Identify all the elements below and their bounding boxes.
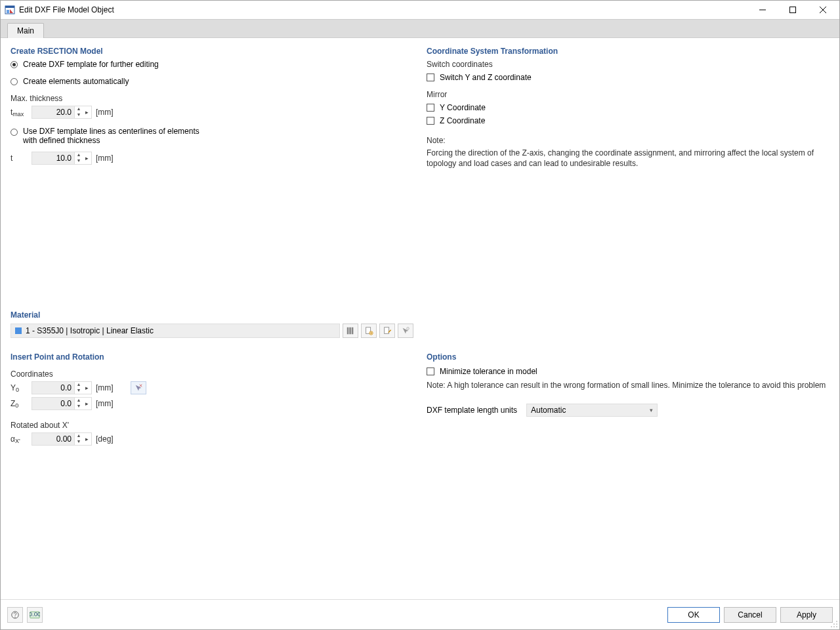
svg-point-16 [14, 616, 15, 617]
radio-centerline[interactable]: Use DXF template lines as centerlines of… [10, 127, 413, 145]
svg-point-24 [836, 626, 837, 627]
spinner-t[interactable]: ▲▼ [75, 152, 83, 165]
radio-label: Create elements automatically [23, 77, 129, 86]
section-title-coord: Coordinate System Transformation [427, 47, 830, 56]
label-tmax: tmax [10, 108, 28, 117]
input-z0[interactable]: ▲▼ ▸ [32, 397, 92, 410]
radio-label: Use DXF template lines as centerlines of… [23, 127, 207, 145]
label-alpha: αX' [10, 434, 28, 444]
input-t-value[interactable] [32, 152, 75, 165]
input-y0[interactable]: ▲▼ ▸ [32, 381, 92, 394]
field-tmax: tmax ▲▼ ▸ [mm] [10, 106, 413, 119]
check-mirror-y[interactable]: Y Coordinate [427, 103, 830, 112]
expand-alpha[interactable]: ▸ [83, 432, 92, 446]
input-y0-value[interactable] [32, 381, 75, 394]
panel-options: Options Minimize tolerance in model Note… [423, 348, 833, 594]
unit-alpha: [deg] [96, 434, 114, 444]
radio-icon [10, 78, 18, 85]
close-button[interactable] [808, 1, 838, 19]
checkbox-label: Switch Y and Z coordinate [440, 73, 532, 82]
input-alpha[interactable]: ▲▼ ▸ [32, 432, 92, 446]
help-button[interactable] [7, 607, 23, 623]
check-switch-yz[interactable]: Switch Y and Z coordinate [427, 73, 830, 82]
material-new-button[interactable] [361, 324, 377, 338]
expand-t[interactable]: ▸ [83, 152, 92, 165]
select-units-value: Automatic [531, 406, 566, 415]
svg-point-22 [831, 626, 832, 627]
svg-point-12 [407, 327, 410, 330]
spinner-alpha[interactable]: ▲▼ [75, 432, 83, 446]
field-y0: Y0 ▲▼ ▸ [mm] [10, 381, 413, 394]
section-title-options: Options [427, 352, 830, 362]
checkbox-icon [427, 368, 434, 375]
checkbox-icon [427, 74, 434, 81]
material-select[interactable]: 1 - S355J0 | Isotropic | Linear Elastic [10, 324, 340, 338]
svg-rect-1 [5, 6, 14, 8]
section-title-material: Material [10, 310, 413, 320]
label-note: Note: [427, 136, 830, 145]
cancel-button[interactable]: Cancel [724, 607, 776, 623]
window-title: Edit DXF File Model Object [19, 5, 747, 14]
dialog-footer: 0.00 OK Cancel Apply [1, 599, 839, 629]
check-mirror-z[interactable]: Z Coordinate [427, 116, 830, 125]
input-t[interactable]: ▲▼ ▸ [32, 152, 92, 165]
resize-grip-icon[interactable] [830, 620, 838, 628]
units-settings-button[interactable]: 0.00 [27, 607, 43, 623]
field-alpha: αX' ▲▼ ▸ [deg] [10, 432, 413, 446]
svg-text:0.00: 0.00 [30, 610, 40, 618]
expand-tmax[interactable]: ▸ [83, 106, 92, 119]
material-library-button[interactable] [343, 324, 358, 338]
label-t: t [10, 154, 28, 163]
radio-create-template[interactable]: Create DXF template for further editing [10, 60, 413, 69]
check-minimize-tolerance[interactable]: Minimize tolerance in model [427, 367, 830, 376]
input-tmax-value[interactable] [32, 106, 75, 119]
unit-tmax: [mm] [96, 108, 114, 117]
radio-create-auto[interactable]: Create elements automatically [10, 77, 413, 86]
apply-button[interactable]: Apply [780, 607, 833, 623]
field-t: t ▲▼ ▸ [mm] [10, 152, 413, 165]
tabstrip: Main [1, 19, 839, 38]
maximize-button[interactable] [778, 1, 808, 19]
checkbox-icon [427, 117, 434, 125]
note-text: Forcing the direction of the Z-axis, cha… [427, 148, 830, 169]
expand-z0[interactable]: ▸ [83, 397, 92, 410]
checkbox-icon [427, 104, 434, 112]
label-mirror: Mirror [427, 90, 830, 99]
minimize-button[interactable] [747, 1, 778, 19]
input-tmax[interactable]: ▲▼ ▸ [32, 106, 92, 119]
panel-coord-transform: Coordinate System Transformation Switch … [423, 42, 833, 299]
radio-icon [10, 129, 18, 136]
label-z0: Z0 [10, 399, 28, 408]
ok-button[interactable]: OK [667, 607, 720, 623]
spinner-z0[interactable]: ▲▼ [75, 397, 83, 410]
svg-rect-8 [352, 327, 354, 335]
options-note: Note: A high tolerance can result in the… [427, 380, 830, 390]
select-units[interactable]: Automatic ▾ [526, 404, 658, 417]
chevron-down-icon: ▾ [650, 407, 653, 413]
input-alpha-value[interactable] [32, 432, 75, 446]
svg-point-21 [836, 623, 837, 625]
label-coordinates: Coordinates [10, 369, 413, 379]
content-area: Create RSECTION Model Create DXF templat… [1, 38, 839, 599]
material-pick-button[interactable] [398, 324, 413, 338]
radio-label: Create DXF template for further editing [23, 60, 159, 69]
spinner-tmax[interactable]: ▲▼ [75, 106, 83, 119]
tab-main[interactable]: Main [7, 23, 44, 38]
panel-create-model: Create RSECTION Model Create DXF templat… [7, 42, 417, 299]
expand-y0[interactable]: ▸ [83, 381, 92, 394]
unit-y0: [mm] [96, 383, 114, 392]
material-edit-button[interactable] [379, 324, 395, 338]
spinner-y0[interactable]: ▲▼ [75, 381, 83, 394]
pick-point-button[interactable] [131, 381, 146, 394]
svg-point-23 [833, 626, 835, 627]
section-title-create: Create RSECTION Model [10, 47, 413, 56]
field-units: DXF template length units Automatic ▾ [427, 404, 830, 417]
material-swatch-icon [15, 327, 22, 334]
label-max-thickness: Max. thickness [10, 94, 413, 103]
input-z0-value[interactable] [32, 397, 75, 410]
svg-point-20 [833, 623, 835, 625]
radio-icon [10, 61, 18, 68]
panel-insert-point: Insert Point and Rotation Coordinates Y0… [7, 348, 417, 594]
svg-rect-3 [790, 7, 796, 13]
label-units: DXF template length units [427, 406, 517, 415]
